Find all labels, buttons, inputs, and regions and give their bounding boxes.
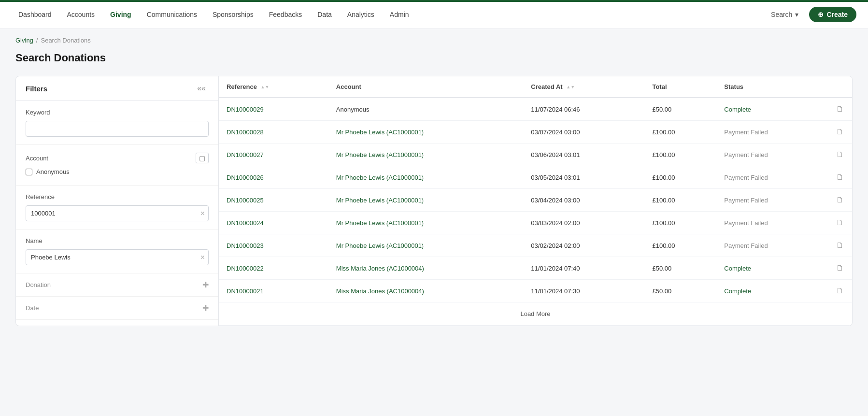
anonymous-checkbox-row: Anonymous — [26, 168, 209, 175]
reference-link[interactable]: DN10000026 — [227, 174, 264, 181]
reference-link[interactable]: DN10000022 — [227, 265, 264, 272]
load-more-cell[interactable]: Load More — [219, 302, 852, 326]
cell-doc: 🗋 — [828, 234, 852, 257]
cell-doc: 🗋 — [828, 280, 852, 302]
reference-clear-button[interactable]: × — [200, 210, 205, 217]
plus-circle-icon: ⊕ — [818, 11, 824, 18]
reference-link[interactable]: DN10000027 — [227, 151, 264, 158]
reference-sort-icon[interactable]: ▲▼ — [261, 85, 270, 89]
table-row: DN10000021Miss Maria Jones (AC1000004)11… — [219, 280, 852, 302]
table-row: DN10000023Mr Phoebe Lewis (AC1000001)03/… — [219, 234, 852, 257]
table-row: DN10000028Mr Phoebe Lewis (AC1000001)03/… — [219, 121, 852, 143]
nav-feedbacks[interactable]: Feedbacks — [262, 7, 309, 22]
table-row: DN10000025Mr Phoebe Lewis (AC1000001)03/… — [219, 189, 852, 212]
nav-sponsorships[interactable]: Sponsorships — [206, 7, 260, 22]
cell-total: £50.00 — [644, 257, 716, 280]
breadcrumb-parent[interactable]: Giving — [15, 37, 33, 44]
col-actions — [828, 76, 852, 98]
keyword-filter-section: Keyword — [16, 101, 218, 145]
cell-created-at: 03/03/2024 02:00 — [523, 212, 644, 234]
document-icon[interactable]: 🗋 — [836, 264, 844, 272]
reference-link[interactable]: DN10000024 — [227, 219, 264, 227]
created-at-sort-icon[interactable]: ▲▼ — [566, 85, 575, 89]
status-badge: Payment Failed — [724, 174, 768, 181]
status-badge: Complete — [724, 265, 751, 272]
cell-account: Anonymous — [328, 98, 524, 121]
donation-filter-section[interactable]: Donation ✚ — [16, 273, 218, 297]
status-badge: Payment Failed — [724, 129, 768, 136]
nav-accounts[interactable]: Accounts — [60, 7, 102, 22]
account-link[interactable]: Mr Phoebe Lewis (AC1000001) — [336, 174, 424, 181]
name-input[interactable] — [26, 249, 209, 265]
donation-label: Donation — [26, 281, 51, 288]
name-clear-button[interactable]: × — [200, 254, 205, 261]
account-link[interactable]: Mr Phoebe Lewis (AC1000001) — [336, 242, 424, 249]
cell-status: Payment Failed — [716, 234, 828, 257]
cell-status: Payment Failed — [716, 212, 828, 234]
cell-total: £100.00 — [644, 189, 716, 212]
document-icon[interactable]: 🗋 — [836, 196, 844, 204]
document-icon[interactable]: 🗋 — [836, 128, 844, 136]
table-area: Reference ▲▼ Account Created At ▲▼ Total… — [219, 76, 852, 326]
cell-status: Complete — [716, 280, 828, 302]
document-icon[interactable]: 🗋 — [836, 287, 844, 295]
document-icon[interactable]: 🗋 — [836, 218, 844, 227]
cell-total: £100.00 — [644, 166, 716, 189]
cell-account: Miss Maria Jones (AC1000004) — [328, 280, 524, 302]
breadcrumb: Giving / Search Donations — [0, 29, 868, 48]
cell-reference: DN10000028 — [219, 121, 328, 143]
nav-dashboard[interactable]: Dashboard — [12, 7, 58, 22]
cell-status: Payment Failed — [716, 189, 828, 212]
document-icon[interactable]: 🗋 — [836, 105, 844, 113]
table-body: DN10000029Anonymous11/07/2024 06:46£50.0… — [219, 98, 852, 326]
nav-giving[interactable]: Giving — [103, 7, 138, 22]
reference-link[interactable]: DN10000028 — [227, 129, 264, 136]
nav-analytics[interactable]: Analytics — [341, 7, 381, 22]
create-button[interactable]: ⊕ Create — [809, 7, 856, 22]
table-header-row: Reference ▲▼ Account Created At ▲▼ Total… — [219, 76, 852, 98]
reference-link[interactable]: DN10000029 — [227, 106, 264, 113]
filters-title: Filters — [26, 85, 47, 93]
account-label: Account — [26, 155, 48, 162]
cell-created-at: 03/04/2024 03:00 — [523, 189, 644, 212]
cell-doc: 🗋 — [828, 166, 852, 189]
reference-link[interactable]: DN10000025 — [227, 197, 264, 204]
reference-link[interactable]: DN10000021 — [227, 287, 264, 295]
nav-communications[interactable]: Communications — [140, 7, 204, 22]
cell-status: Complete — [716, 257, 828, 280]
account-link[interactable]: Mr Phoebe Lewis (AC1000001) — [336, 129, 424, 136]
status-badge: Payment Failed — [724, 242, 768, 249]
reference-input[interactable] — [26, 205, 209, 221]
document-icon[interactable]: 🗋 — [836, 241, 844, 249]
nav-admin[interactable]: Admin — [383, 7, 416, 22]
account-link[interactable]: Mr Phoebe Lewis (AC1000001) — [336, 151, 424, 158]
document-icon[interactable]: 🗋 — [836, 173, 844, 181]
anonymous-checkbox[interactable] — [26, 169, 32, 175]
filters-collapse-button[interactable]: «« — [194, 83, 209, 94]
document-icon[interactable]: 🗋 — [836, 150, 844, 158]
create-label: Create — [826, 11, 848, 18]
anonymous-checkbox-label[interactable]: Anonymous — [36, 168, 70, 175]
reference-link[interactable]: DN10000023 — [227, 242, 264, 249]
cell-created-at: 11/07/2024 06:46 — [523, 98, 644, 121]
nav-data[interactable]: Data — [311, 7, 339, 22]
search-button[interactable]: Search ▾ — [766, 8, 803, 21]
account-link[interactable]: Miss Maria Jones (AC1000004) — [336, 265, 424, 272]
account-filter-section: Account ▢ Anonymous — [16, 145, 218, 186]
cell-status: Complete — [716, 98, 828, 121]
account-link[interactable]: Mr Phoebe Lewis (AC1000001) — [336, 219, 424, 227]
keyword-input[interactable] — [26, 121, 209, 137]
reference-input-wrapper: × — [26, 205, 209, 221]
breadcrumb-current: Search Donations — [41, 37, 90, 44]
load-more-row[interactable]: Load More — [219, 302, 852, 326]
search-label: Search — [771, 11, 792, 18]
search-donations-layout: Filters «« Keyword Account ▢ Anonymous — [15, 76, 853, 326]
page-title: Search Donations — [15, 52, 853, 64]
cell-reference: DN10000025 — [219, 189, 328, 212]
status-badge: Payment Failed — [724, 219, 768, 227]
account-link[interactable]: Miss Maria Jones (AC1000004) — [336, 287, 424, 295]
date-filter-section[interactable]: Date ✚ — [16, 297, 218, 320]
cell-account: Miss Maria Jones (AC1000004) — [328, 257, 524, 280]
account-link[interactable]: Mr Phoebe Lewis (AC1000001) — [336, 197, 424, 204]
account-collapse-button[interactable]: ▢ — [196, 153, 209, 163]
